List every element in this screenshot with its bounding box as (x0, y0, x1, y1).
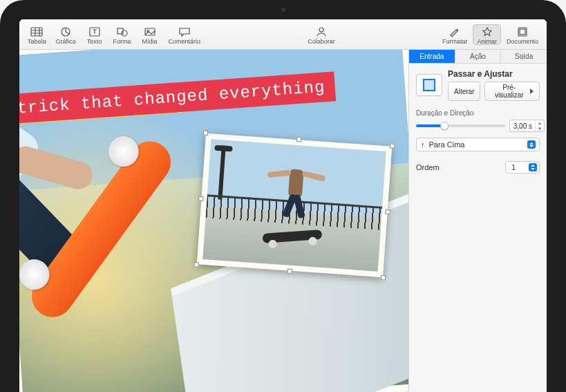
selection-handle[interactable] (381, 275, 386, 280)
toolbar-tabela-label: Tabela (28, 38, 46, 45)
toolbar-colaborar-button[interactable]: Colaborar (303, 24, 339, 45)
text-icon (88, 26, 102, 38)
svg-point-13 (319, 28, 323, 32)
toolbar-midia-button[interactable]: Mídia (137, 24, 163, 45)
svg-rect-15 (520, 29, 525, 35)
ordem-label: Ordem (416, 163, 440, 171)
animation-phase-tabs: Entrada Ação Saída (409, 50, 547, 64)
selection-handle[interactable] (390, 143, 395, 148)
toolbar-documento-label: Documento (507, 38, 538, 45)
chevron-updown-icon (527, 140, 536, 149)
document-icon (516, 26, 529, 38)
ordem-value: 1 (511, 163, 516, 171)
media-icon (143, 26, 157, 38)
toolbar-animar-label: Animar (477, 38, 497, 45)
selection-handle[interactable] (198, 196, 203, 201)
toolbar-colaborar-label: Colaborar (308, 38, 335, 45)
toolbar-texto-label: Texto (87, 38, 102, 45)
toolbar-tabela-button[interactable]: Tabela (23, 24, 50, 45)
collaborate-icon (314, 26, 328, 38)
toolbar-grafico-label: Gráfico (56, 38, 76, 45)
toolbar-formatar-button[interactable]: Formatar (438, 24, 472, 45)
duracao-slider[interactable] (416, 124, 505, 127)
toolbar: Tabela Gráfico Texto Forma Mídia (19, 19, 547, 50)
format-icon (448, 26, 462, 38)
toolbar-animar-button[interactable]: Animar (473, 24, 501, 45)
comment-icon (178, 26, 191, 38)
duracao-value: 3,00 s (510, 121, 535, 131)
duracao-stepper[interactable]: 3,00 s ▲▼ (509, 120, 545, 132)
selection-handle[interactable] (385, 209, 390, 214)
toolbar-comentario-label: Comentário (169, 38, 201, 45)
stepper-down-icon[interactable]: ▼ (536, 126, 544, 131)
selected-image-content (202, 139, 386, 271)
tab-acao[interactable]: Ação (455, 50, 502, 63)
toolbar-midia-label: Mídia (142, 38, 158, 45)
selection-handle[interactable] (287, 269, 292, 274)
app-window: Tabela Gráfico Texto Forma Mídia (19, 19, 547, 392)
ordem-popup[interactable]: 1 (505, 161, 540, 174)
play-icon (530, 88, 534, 94)
stepper-up-icon[interactable]: ▲ (536, 120, 544, 126)
svg-point-10 (122, 30, 127, 36)
skateboard-shape (19, 121, 196, 337)
toolbar-comentario-button[interactable]: Comentário (164, 24, 205, 45)
toolbar-grafico-button[interactable]: Gráfico (52, 24, 80, 45)
alterar-button[interactable]: Alterar (448, 82, 480, 101)
toolbar-texto-button[interactable]: Texto (82, 24, 108, 45)
shape-icon (115, 26, 129, 38)
tab-saida[interactable]: Saída (501, 50, 547, 63)
selection-handle[interactable] (296, 137, 301, 142)
slide-canvas[interactable]: trick that changed everything (19, 50, 408, 392)
direcao-value: Para Cima (429, 140, 465, 149)
toolbar-forma-label: Forma (113, 38, 131, 45)
selection-handle[interactable] (194, 262, 198, 267)
chevron-updown-icon (529, 163, 537, 171)
table-icon (30, 26, 44, 38)
tab-entrada[interactable]: Entrada (409, 50, 455, 63)
arrow-up-icon: ↑ (421, 140, 425, 149)
previsualizar-button[interactable]: Pré-visualizar (484, 82, 540, 101)
animate-icon (480, 26, 494, 38)
selected-image[interactable] (197, 133, 393, 277)
toolbar-documento-button[interactable]: Documento (502, 24, 543, 45)
toolbar-forma-button[interactable]: Forma (109, 24, 135, 45)
svg-rect-0 (31, 28, 42, 36)
chart-icon (59, 26, 73, 38)
effect-name: Passar e Ajustar (448, 69, 540, 79)
animate-inspector: Entrada Ação Saída Passar e Ajustar Alte… (408, 50, 547, 392)
toolbar-formatar-label: Formatar (442, 38, 468, 45)
duracao-direcao-label: Duração e Direção (409, 102, 547, 120)
selection-handle[interactable] (203, 131, 208, 136)
effect-thumbnail (416, 74, 442, 96)
direcao-popup[interactable]: ↑ Para Cima (416, 138, 540, 151)
